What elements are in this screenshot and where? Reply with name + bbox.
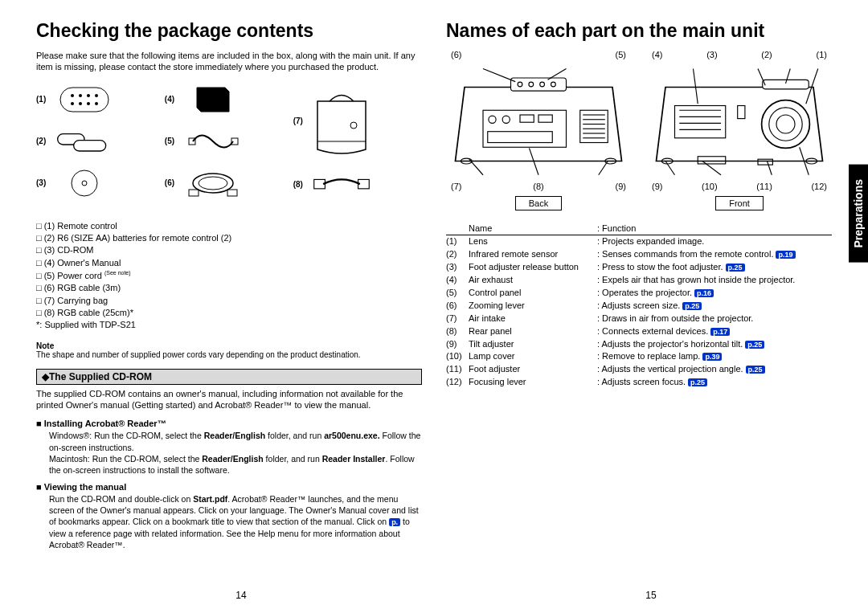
page-reference: p.25 <box>746 366 765 374</box>
svg-rect-10 <box>74 140 106 150</box>
pkg-num-1: (1) <box>36 95 52 104</box>
parts-table-header: Name : Function <box>446 223 832 235</box>
cd-intro: The supplied CD-ROM contains an owner's … <box>36 388 422 411</box>
viewing-heading: Viewing the manual <box>36 482 422 492</box>
batteries-icon <box>52 125 117 157</box>
viewing-body: Run the CD-ROM and double-click on Start… <box>36 493 422 550</box>
callout: (4) <box>652 50 662 59</box>
right-title: Names of each part on the main unit <box>446 20 832 42</box>
back-view: (6) (5) <box>446 50 631 210</box>
right-page: Names of each part on the main unit (6) … <box>434 20 844 597</box>
page-number-right: 15 <box>446 590 856 601</box>
page-reference: p.25 <box>726 264 745 272</box>
callout: (7) <box>451 182 461 191</box>
svg-line-58 <box>758 69 765 86</box>
install-body: Windows®: Run the CD-ROM, select the Rea… <box>36 430 422 476</box>
svg-rect-0 <box>60 88 108 112</box>
check-item: (6) RGB cable (3m) <box>36 282 422 294</box>
svg-rect-18 <box>227 190 237 196</box>
check-item: (5) Power cord (See note) <box>36 269 422 282</box>
parts-row: (3)Foot adjuster release button: Press t… <box>446 261 832 274</box>
projector-front-icon <box>647 59 832 180</box>
supplied-note: *: Supplied with TDP-S21 <box>36 320 136 329</box>
page-reference: p.25 <box>745 341 764 349</box>
callout: (6) <box>451 50 461 59</box>
callout: (12) <box>811 182 827 191</box>
parts-row: (9)Tilt adjuster: Adjusts the projector'… <box>446 338 832 351</box>
cd-section-heading: ◆The Supplied CD-ROM <box>36 369 422 385</box>
checklist: (1) Remote control (2) R6 (SIZE AA) batt… <box>36 220 422 332</box>
cdrom-icon <box>52 167 117 199</box>
page-reference: p.39 <box>702 353 722 361</box>
parts-row: (1)Lens: Projects expanded image. <box>446 235 832 248</box>
parts-row: (8)Rear panel: Connects external devices… <box>446 325 832 338</box>
parts-row: (10)Lamp cover: Remove to replace lamp.p… <box>446 350 832 363</box>
rgb-cable-icon <box>181 167 245 199</box>
check-item: (8) RGB cable (25cm)* <box>36 307 422 319</box>
svg-point-1 <box>71 94 74 97</box>
callout: (2) <box>761 50 772 59</box>
svg-point-4 <box>95 94 98 97</box>
svg-point-19 <box>350 122 357 129</box>
left-intro: Please make sure that the following item… <box>36 50 422 73</box>
parts-row: (5)Control panel: Operates the projector… <box>446 287 832 300</box>
note-heading: Note <box>36 341 422 350</box>
svg-point-16 <box>199 177 227 190</box>
svg-point-3 <box>87 94 90 97</box>
carrying-bag-icon <box>309 85 374 157</box>
left-page: Checking the package contents Please mak… <box>24 20 434 597</box>
callout: (11) <box>756 182 772 191</box>
parts-row: (2)Infrared remote sensor: Senses comman… <box>446 248 832 261</box>
pkg-num-3: (3) <box>36 178 52 187</box>
check-item: (2) R6 (SIZE AA) batteries for remote co… <box>36 232 422 244</box>
left-title: Checking the package contents <box>36 20 422 42</box>
parts-row: (11)Foot adjuster: Adjusts the vertical … <box>446 363 832 376</box>
pkg-num-6: (6) <box>165 178 181 187</box>
col-name-header: Name <box>469 223 597 233</box>
pkg-num-2: (2) <box>36 137 52 145</box>
svg-line-40 <box>483 69 515 82</box>
parts-row: (4)Air exhaust: Expels air that has grow… <box>446 274 832 287</box>
svg-point-8 <box>95 102 98 105</box>
page-reference: p.25 <box>688 378 707 386</box>
col-func-header: : Function <box>597 223 832 233</box>
side-tab-preparations: Preparations <box>849 165 868 263</box>
diagram-area: (6) (5) <box>446 50 832 210</box>
page-reference: p.17 <box>710 328 730 336</box>
callout: (9) <box>652 182 662 191</box>
callout: (9) <box>616 182 626 191</box>
callout: (3) <box>706 50 717 59</box>
svg-point-6 <box>79 102 82 105</box>
projector-back-icon <box>446 59 631 180</box>
pkg-num-4: (4) <box>165 95 181 104</box>
pkg-num-8: (8) <box>293 180 309 189</box>
svg-point-7 <box>87 102 90 105</box>
install-heading: Installing Acrobat® Reader™ <box>36 419 422 428</box>
callout: (10) <box>702 182 718 191</box>
check-item: (4) Owner's Manual <box>36 257 422 269</box>
page-number-left: 14 <box>36 590 446 601</box>
front-label: Front <box>715 196 764 210</box>
svg-rect-56 <box>763 80 809 89</box>
pkg-num-5: (5) <box>165 137 181 145</box>
callout: (8) <box>533 182 543 191</box>
check-item: (3) CD-ROM <box>36 244 422 256</box>
front-view: (4) (3) (2) (1) <box>647 50 832 210</box>
remote-control-icon <box>52 84 117 116</box>
svg-point-12 <box>82 181 87 186</box>
svg-line-63 <box>768 161 772 175</box>
short-cable-icon <box>309 169 374 201</box>
note-body: The shape and number of supplied power c… <box>36 350 422 359</box>
page-reference: p.25 <box>682 302 702 310</box>
back-label: Back <box>515 196 562 210</box>
pkg-num-7: (7) <box>293 116 309 125</box>
svg-line-62 <box>702 161 721 175</box>
page-reference: p.16 <box>694 289 714 297</box>
parts-row: (12)Focusing lever: Adjusts screen focus… <box>446 376 832 389</box>
package-grid: (1) (2) (3) (4) <box>36 81 422 208</box>
check-item: (7) Carrying bag <box>36 295 422 307</box>
svg-rect-17 <box>189 190 199 196</box>
callout: (1) <box>817 50 827 59</box>
check-item: (1) Remote control <box>36 220 422 232</box>
parts-table-body: (1)Lens: Projects expanded image.(2)Infr… <box>446 235 832 389</box>
